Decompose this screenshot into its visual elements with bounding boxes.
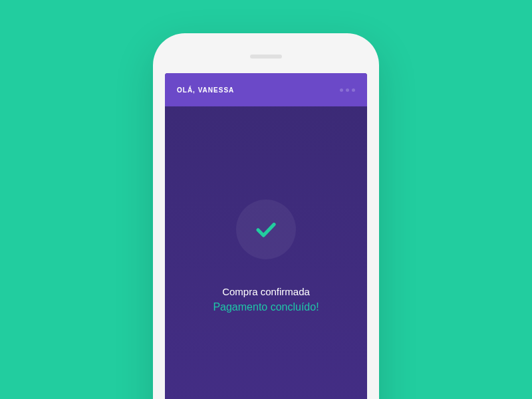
confirmation-content: Compra confirmada Pagamento concluído! bbox=[165, 106, 367, 399]
phone-speaker bbox=[250, 55, 282, 59]
phone-frame: OLÁ, VANESSA Compra confirmada Pagamento… bbox=[153, 33, 379, 399]
confirmation-subtitle: Pagamento concluído! bbox=[213, 301, 319, 313]
app-screen: OLÁ, VANESSA Compra confirmada Pagamento… bbox=[165, 73, 367, 399]
app-header: OLÁ, VANESSA bbox=[165, 73, 367, 106]
confirmation-title: Compra confirmada bbox=[222, 286, 310, 297]
greeting-text: OLÁ, VANESSA bbox=[177, 86, 234, 94]
more-menu-icon[interactable] bbox=[340, 88, 355, 92]
checkmark-icon bbox=[254, 217, 278, 241]
success-badge bbox=[236, 200, 296, 259]
